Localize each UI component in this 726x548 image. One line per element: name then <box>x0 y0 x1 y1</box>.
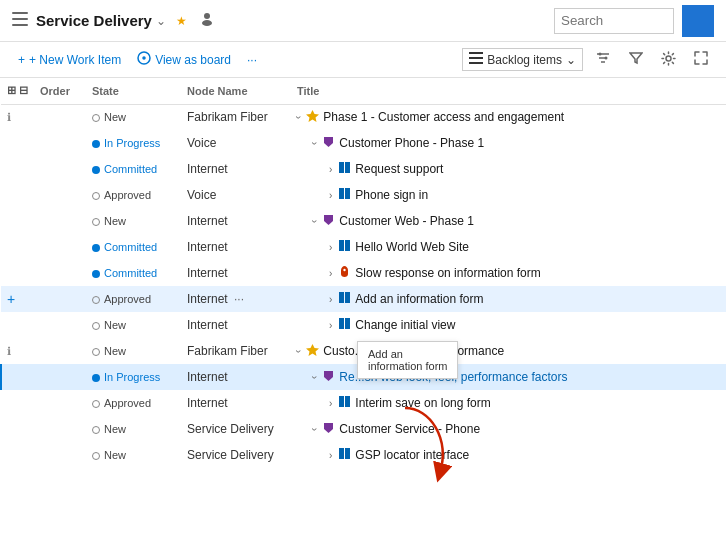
expand-chevron[interactable]: › <box>309 219 320 222</box>
title-text[interactable]: Slow response on information form <box>355 266 540 280</box>
expand-chevron[interactable]: › <box>329 294 332 305</box>
title-text[interactable]: Phone sign in <box>355 188 428 202</box>
state-label: Committed <box>104 163 157 175</box>
title-cell[interactable]: › Add an information form <box>291 286 726 312</box>
expand-chevron[interactable]: › <box>293 116 304 119</box>
node-name-cell: Internet ··· <box>181 286 291 312</box>
state-cell: Committed <box>86 260 181 286</box>
title-cell[interactable]: › Customer Service - Phone <box>291 416 726 442</box>
expand-collapse-all[interactable]: ⊞ <box>7 84 16 97</box>
backlog-chevron: ⌄ <box>566 53 576 67</box>
title-text[interactable]: Customer Web - Phase 1 <box>339 214 474 228</box>
col-expand-header[interactable]: ⊞ ⊟ <box>1 78 34 104</box>
order-cell <box>34 234 86 260</box>
state-cell: Approved <box>86 390 181 416</box>
order-cell <box>34 130 86 156</box>
expand-chevron[interactable]: › <box>329 268 332 279</box>
node-name-cell: Fabrikam Fiber <box>181 338 291 364</box>
collapse-icon[interactable]: ⊟ <box>19 84 28 97</box>
title-cell[interactable]: › Custo... - improve UI performance Add … <box>291 338 726 364</box>
title-chevron[interactable]: ⌄ <box>156 14 166 28</box>
row-ellipsis[interactable]: ··· <box>231 292 247 306</box>
order-cell <box>34 312 86 338</box>
title-content: › Hello World Web Site <box>297 239 720 255</box>
node-name-cell: Internet <box>181 234 291 260</box>
add-row-icon[interactable]: + <box>7 291 15 307</box>
title-text[interactable]: Customer Phone - Phase 1 <box>339 136 484 150</box>
search-input[interactable] <box>554 8 674 34</box>
expand-chevron[interactable]: › <box>309 375 320 378</box>
expand-chevron[interactable]: › <box>329 190 332 201</box>
backlog-items-button[interactable]: Backlog items ⌄ <box>462 48 583 71</box>
funnel-filter-button[interactable] <box>623 48 649 71</box>
view-as-board-button[interactable]: View as board <box>131 48 237 71</box>
menu-icon[interactable] <box>12 12 28 29</box>
expand-chevron[interactable]: › <box>329 450 332 461</box>
work-item-icon <box>306 343 319 359</box>
title-text[interactable]: GSP locator interface <box>355 448 469 462</box>
state-cell: New <box>86 104 181 130</box>
title-text[interactable]: Interim save on long form <box>355 396 490 410</box>
title-cell[interactable]: › Slow response on information form <box>291 260 726 286</box>
state-label: In Progress <box>104 137 160 149</box>
node-name-cell: Internet <box>181 260 291 286</box>
expand-button[interactable] <box>688 48 714 71</box>
svg-rect-2 <box>12 24 28 26</box>
work-item-icon <box>322 213 335 229</box>
title-content: › Request support <box>297 161 720 177</box>
title-content: › Change initial view <box>297 317 720 333</box>
order-cell <box>34 416 86 442</box>
tooltip-line2: information form <box>368 360 447 372</box>
title-cell[interactable]: › GSP locator interface <box>291 442 726 468</box>
title-content: › Customer Web - Phase 1 <box>297 213 720 229</box>
title-cell[interactable]: › Customer Web - Phase 1 <box>291 208 726 234</box>
filter-settings-button[interactable] <box>589 48 617 71</box>
state-label: New <box>104 423 126 435</box>
svg-rect-30 <box>345 396 350 407</box>
title-text[interactable]: Change initial view <box>355 318 455 332</box>
table-row: NewService Delivery › Customer Service -… <box>1 416 726 442</box>
title-cell[interactable]: › Request support <box>291 156 726 182</box>
title-content: › GSP locator interface <box>297 447 720 463</box>
expand-chevron[interactable]: › <box>293 349 304 352</box>
title-text[interactable]: Request support <box>355 162 443 176</box>
new-work-item-button[interactable]: + + New Work Item <box>12 50 127 70</box>
expand-chevron[interactable]: › <box>309 141 320 144</box>
node-name-cell: Service Delivery <box>181 442 291 468</box>
title-cell[interactable]: › Change initial view <box>291 312 726 338</box>
title-cell[interactable]: › Hello World Web Site <box>291 234 726 260</box>
svg-point-14 <box>605 57 608 60</box>
title-content: › Add an information form <box>297 291 720 307</box>
state-dot <box>92 296 100 304</box>
state-cell: New <box>86 442 181 468</box>
expand-chevron[interactable]: › <box>309 427 320 430</box>
expand-chevron[interactable]: › <box>329 398 332 409</box>
title-text[interactable]: Hello World Web Site <box>355 240 469 254</box>
more-options-button[interactable]: ··· <box>241 50 263 70</box>
settings-button[interactable] <box>655 48 682 72</box>
title-text[interactable]: Phase 1 - Customer access and engagement <box>323 110 564 124</box>
title-cell[interactable]: › Interim save on long form <box>291 390 726 416</box>
order-cell <box>34 260 86 286</box>
title-cell[interactable]: › Phone sign in <box>291 182 726 208</box>
title-text[interactable]: Add an information form <box>355 292 483 306</box>
order-cell <box>34 182 86 208</box>
work-item-icon <box>338 447 351 463</box>
title-cell[interactable]: › Customer Phone - Phase 1 <box>291 130 726 156</box>
people-icon[interactable] <box>199 12 215 29</box>
state-label: In Progress <box>104 371 160 383</box>
title-cell[interactable]: › Phase 1 - Customer access and engageme… <box>291 104 726 130</box>
favorite-icon[interactable]: ★ <box>176 14 187 28</box>
expand-chevron[interactable]: › <box>329 164 332 175</box>
title-text[interactable]: Customer Service - Phone <box>339 422 480 436</box>
node-name-cell: Voice <box>181 130 291 156</box>
backlog-icon <box>469 52 483 67</box>
info-icon: ℹ <box>7 345 11 357</box>
svg-rect-22 <box>345 240 350 251</box>
svg-rect-25 <box>345 292 350 303</box>
table-row: NewInternet › Change initial view <box>1 312 726 338</box>
expand-chevron[interactable]: › <box>329 320 332 331</box>
expand-chevron[interactable]: › <box>329 242 332 253</box>
node-name-cell: Fabrikam Fiber <box>181 104 291 130</box>
table-row: CommittedInternet › Request support <box>1 156 726 182</box>
